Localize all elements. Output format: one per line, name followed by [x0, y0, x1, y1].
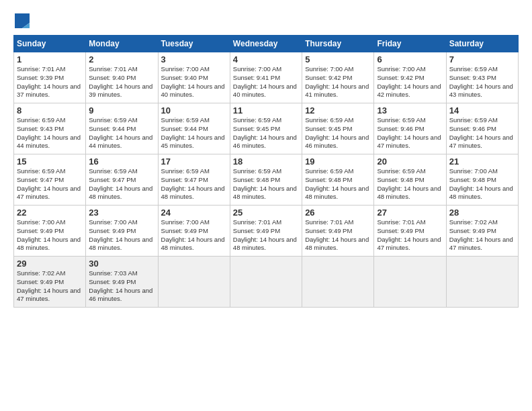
calendar-cell: 14Sunrise: 6:59 AMSunset: 9:46 PMDayligh…	[446, 103, 518, 154]
day-number: 6	[377, 54, 443, 64]
day-info: Sunrise: 6:59 AMSunset: 9:44 PMDaylight:…	[89, 116, 154, 150]
col-header-tuesday: Tuesday	[158, 36, 230, 52]
day-number: 12	[305, 105, 371, 116]
day-info: Sunrise: 7:01 AMSunset: 9:39 PMDaylight:…	[17, 65, 83, 99]
calendar-cell: 9Sunrise: 6:59 AMSunset: 9:44 PMDaylight…	[86, 103, 158, 154]
calendar-cell: 28Sunrise: 7:02 AMSunset: 9:49 PMDayligh…	[446, 205, 518, 257]
calendar-cell: 20Sunrise: 6:59 AMSunset: 9:48 PMDayligh…	[374, 154, 446, 205]
day-number: 4	[233, 54, 299, 64]
day-number: 2	[89, 54, 154, 64]
calendar-cell: 16Sunrise: 6:59 AMSunset: 9:47 PMDayligh…	[86, 154, 158, 205]
day-number: 22	[17, 208, 83, 218]
day-info: Sunrise: 6:59 AMSunset: 9:48 PMDaylight:…	[233, 167, 299, 201]
col-header-sunday: Sunday	[14, 36, 86, 52]
day-number: 29	[17, 259, 83, 269]
calendar-cell	[374, 257, 446, 308]
calendar-cell: 3Sunrise: 7:00 AMSunset: 9:40 PMDaylight…	[158, 52, 230, 103]
calendar-cell: 17Sunrise: 6:59 AMSunset: 9:47 PMDayligh…	[158, 154, 230, 205]
day-number: 26	[305, 208, 371, 218]
day-number: 1	[17, 54, 83, 64]
week-row-2: 8Sunrise: 6:59 AMSunset: 9:43 PMDaylight…	[14, 103, 519, 154]
calendar-cell	[446, 257, 518, 308]
week-row-1: 1Sunrise: 7:01 AMSunset: 9:39 PMDaylight…	[14, 52, 519, 103]
calendar-table: SundayMondayTuesdayWednesdayThursdayFrid…	[13, 35, 519, 308]
calendar-cell: 8Sunrise: 6:59 AMSunset: 9:43 PMDaylight…	[14, 103, 86, 154]
week-row-3: 15Sunrise: 6:59 AMSunset: 9:47 PMDayligh…	[14, 154, 519, 205]
day-info: Sunrise: 7:01 AMSunset: 9:40 PMDaylight:…	[89, 65, 154, 99]
day-number: 8	[17, 105, 83, 116]
day-info: Sunrise: 6:59 AMSunset: 9:45 PMDaylight:…	[233, 116, 299, 150]
day-number: 3	[161, 54, 227, 64]
day-info: Sunrise: 7:00 AMSunset: 9:41 PMDaylight:…	[233, 65, 299, 99]
day-number: 30	[89, 259, 154, 269]
calendar-cell: 23Sunrise: 7:00 AMSunset: 9:49 PMDayligh…	[86, 205, 158, 257]
page: SundayMondayTuesdayWednesdayThursdayFrid…	[0, 0, 532, 314]
week-row-4: 22Sunrise: 7:00 AMSunset: 9:49 PMDayligh…	[14, 205, 519, 257]
col-header-friday: Friday	[374, 36, 446, 52]
calendar-cell: 7Sunrise: 6:59 AMSunset: 9:43 PMDaylight…	[446, 52, 518, 103]
day-info: Sunrise: 7:00 AMSunset: 9:49 PMDaylight:…	[17, 218, 83, 253]
day-number: 14	[449, 105, 515, 116]
day-info: Sunrise: 7:01 AMSunset: 9:49 PMDaylight:…	[377, 218, 443, 253]
calendar-cell: 15Sunrise: 6:59 AMSunset: 9:47 PMDayligh…	[14, 154, 86, 205]
day-number: 15	[17, 156, 83, 167]
col-header-thursday: Thursday	[302, 36, 374, 52]
day-info: Sunrise: 6:59 AMSunset: 9:45 PMDaylight:…	[305, 116, 371, 150]
calendar-cell: 11Sunrise: 6:59 AMSunset: 9:45 PMDayligh…	[230, 103, 302, 154]
calendar-cell: 22Sunrise: 7:00 AMSunset: 9:49 PMDayligh…	[14, 205, 86, 257]
calendar-cell: 19Sunrise: 6:59 AMSunset: 9:48 PMDayligh…	[302, 154, 374, 205]
day-info: Sunrise: 7:01 AMSunset: 9:49 PMDaylight:…	[305, 218, 371, 253]
day-info: Sunrise: 6:59 AMSunset: 9:46 PMDaylight:…	[377, 116, 443, 150]
day-number: 13	[377, 105, 443, 116]
day-number: 19	[305, 156, 371, 167]
day-number: 24	[161, 208, 227, 218]
day-number: 10	[161, 105, 227, 116]
day-info: Sunrise: 7:00 AMSunset: 9:42 PMDaylight:…	[305, 65, 371, 99]
day-info: Sunrise: 6:59 AMSunset: 9:47 PMDaylight:…	[161, 167, 227, 201]
day-number: 5	[305, 54, 371, 64]
day-info: Sunrise: 6:59 AMSunset: 9:43 PMDaylight:…	[17, 116, 83, 150]
day-number: 23	[89, 208, 154, 218]
day-number: 16	[89, 156, 154, 167]
day-number: 27	[377, 208, 443, 218]
day-number: 11	[233, 105, 299, 116]
day-info: Sunrise: 6:59 AMSunset: 9:47 PMDaylight:…	[17, 167, 83, 201]
day-info: Sunrise: 6:59 AMSunset: 9:48 PMDaylight:…	[377, 167, 443, 201]
calendar-cell: 4Sunrise: 7:00 AMSunset: 9:41 PMDaylight…	[230, 52, 302, 103]
calendar-cell: 5Sunrise: 7:00 AMSunset: 9:42 PMDaylight…	[302, 52, 374, 103]
week-row-5: 29Sunrise: 7:02 AMSunset: 9:49 PMDayligh…	[14, 257, 519, 308]
day-number: 7	[449, 54, 515, 64]
calendar-cell: 30Sunrise: 7:03 AMSunset: 9:49 PMDayligh…	[86, 257, 158, 308]
day-info: Sunrise: 6:59 AMSunset: 9:46 PMDaylight:…	[449, 116, 515, 150]
day-info: Sunrise: 7:02 AMSunset: 9:49 PMDaylight:…	[449, 218, 515, 253]
day-info: Sunrise: 7:00 AMSunset: 9:48 PMDaylight:…	[449, 167, 515, 201]
day-number: 20	[377, 156, 443, 167]
col-header-monday: Monday	[86, 36, 158, 52]
day-info: Sunrise: 7:02 AMSunset: 9:49 PMDaylight:…	[17, 269, 83, 304]
calendar-cell: 27Sunrise: 7:01 AMSunset: 9:49 PMDayligh…	[374, 205, 446, 257]
calendar-cell: 1Sunrise: 7:01 AMSunset: 9:39 PMDaylight…	[14, 52, 86, 103]
col-header-wednesday: Wednesday	[230, 36, 302, 52]
day-info: Sunrise: 6:59 AMSunset: 9:48 PMDaylight:…	[305, 167, 371, 201]
logo-icon	[15, 13, 30, 28]
calendar-cell: 29Sunrise: 7:02 AMSunset: 9:49 PMDayligh…	[14, 257, 86, 308]
calendar-cell: 2Sunrise: 7:01 AMSunset: 9:40 PMDaylight…	[86, 52, 158, 103]
calendar-cell	[302, 257, 374, 308]
calendar-cell: 26Sunrise: 7:01 AMSunset: 9:49 PMDayligh…	[302, 205, 374, 257]
calendar-cell: 10Sunrise: 6:59 AMSunset: 9:44 PMDayligh…	[158, 103, 230, 154]
day-info: Sunrise: 7:00 AMSunset: 9:49 PMDaylight:…	[161, 218, 227, 253]
day-info: Sunrise: 6:59 AMSunset: 9:43 PMDaylight:…	[449, 65, 515, 99]
header	[13, 12, 519, 28]
logo	[13, 12, 30, 28]
day-info: Sunrise: 7:01 AMSunset: 9:49 PMDaylight:…	[233, 218, 299, 253]
day-info: Sunrise: 7:00 AMSunset: 9:40 PMDaylight:…	[161, 65, 227, 99]
day-info: Sunrise: 7:00 AMSunset: 9:42 PMDaylight:…	[377, 65, 443, 99]
day-number: 17	[161, 156, 227, 167]
calendar-cell	[230, 257, 302, 308]
day-info: Sunrise: 6:59 AMSunset: 9:44 PMDaylight:…	[161, 116, 227, 150]
calendar-cell: 18Sunrise: 6:59 AMSunset: 9:48 PMDayligh…	[230, 154, 302, 205]
day-number: 25	[233, 208, 299, 218]
calendar-cell: 24Sunrise: 7:00 AMSunset: 9:49 PMDayligh…	[158, 205, 230, 257]
col-header-saturday: Saturday	[446, 36, 518, 52]
day-info: Sunrise: 7:00 AMSunset: 9:49 PMDaylight:…	[89, 218, 154, 253]
